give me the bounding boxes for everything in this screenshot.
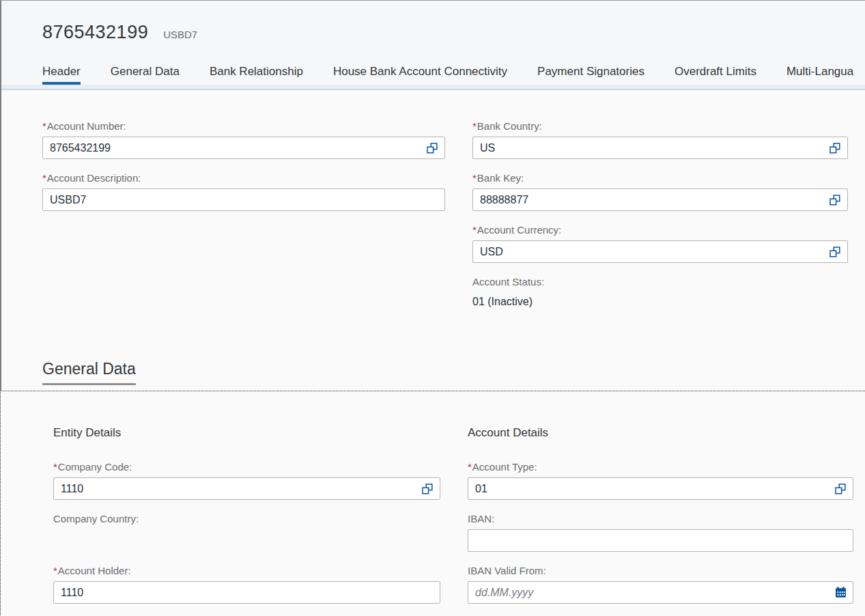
entity-details-title: Entity Details [53, 425, 440, 440]
iban-valid-from-label: IBAN Valid From: [468, 564, 853, 577]
bank-key-label-text: Bank Key: [477, 172, 524, 184]
value-help-icon[interactable] [834, 483, 847, 495]
value-help-icon[interactable] [829, 194, 841, 206]
account-holder-input[interactable] [53, 581, 440, 604]
account-currency-label: *Account Currency: [472, 223, 848, 236]
page-subtitle: USBD7 [163, 29, 197, 40]
entity-details-column: Entity Details *Company Code: Company Co… [53, 425, 440, 615]
value-help-icon[interactable] [829, 246, 841, 258]
iban-valid-from-input-wrap [468, 581, 853, 604]
iban-field: IBAN: [468, 512, 853, 552]
header-form-right-column: *Bank Country: *Bank Key: [472, 120, 848, 351]
account-description-label-text: Account Description: [47, 172, 141, 184]
account-details-title: Account Details [468, 425, 853, 440]
tab-bank-relationship[interactable]: Bank Relationship [210, 65, 303, 85]
bank-country-input-wrap [472, 137, 848, 159]
account-type-label-text: Account Type: [472, 461, 537, 473]
required-marker: * [42, 120, 46, 132]
iban-input-wrap [468, 529, 853, 552]
tab-house-bank-account-connectivity[interactable]: House Bank Account Connectivity [333, 65, 507, 85]
account-description-label: *Account Description: [42, 171, 445, 184]
account-type-input-wrap [468, 477, 853, 500]
required-marker: * [42, 172, 46, 184]
general-data-section: Entity Details *Company Code: Company Co… [0, 391, 865, 615]
bank-key-field: *Bank Key: [472, 171, 848, 211]
general-data-section-title: General Data [42, 360, 136, 385]
header-separator [1, 85, 865, 90]
tab-general-data[interactable]: General Data [111, 65, 180, 85]
required-marker: * [472, 172, 477, 184]
value-help-icon[interactable] [829, 142, 841, 154]
upper-region: 8765432199 USBD7 Header General Data Ban… [0, 0, 865, 391]
title-row: 8765432199 USBD7 [1, 1, 865, 59]
value-help-icon[interactable] [426, 142, 438, 154]
account-status-label: Account Status: [472, 275, 848, 288]
bank-country-label: *Bank Country: [472, 120, 848, 132]
account-holder-label: *Account Holder: [53, 564, 440, 577]
bank-key-label: *Bank Key: [472, 171, 848, 184]
bank-country-field: *Bank Country: [472, 120, 848, 159]
account-currency-input-wrap [472, 240, 848, 263]
account-number-label-text: Account Number: [47, 120, 126, 132]
company-code-field: *Company Code: [53, 460, 440, 500]
account-details-column: Account Details *Account Type: IBAN: IBA… [468, 425, 853, 615]
account-number-field: *Account Number: [42, 120, 445, 159]
account-number-label: *Account Number: [42, 120, 445, 132]
iban-valid-from-field: IBAN Valid From: [468, 564, 853, 604]
account-status-field: Account Status: 01 (Inactive) [472, 275, 848, 309]
tab-overdraft-limits[interactable]: Overdraft Limits [675, 65, 756, 85]
bank-country-label-text: Bank Country: [477, 120, 542, 132]
general-data-title-block: General Data [1, 351, 865, 391]
account-status-label-text: Account Status: [472, 276, 544, 288]
account-type-field: *Account Type: [468, 460, 853, 500]
account-currency-input[interactable] [472, 240, 848, 263]
header-tab-content: *Account Number: *Account Description: [1, 90, 865, 351]
iban-label: IBAN: [468, 512, 853, 525]
company-country-label: Company Country: [53, 512, 440, 525]
bank-account-page: 8765432199 USBD7 Header General Data Ban… [0, 0, 865, 616]
account-holder-label-text: Account Holder: [58, 565, 131, 576]
required-marker: * [472, 120, 477, 132]
object-page-header: 8765432199 USBD7 Header General Data Ban… [1, 1, 865, 90]
anchor-tab-bar: Header General Data Bank Relationship Ho… [1, 59, 865, 85]
required-marker: * [53, 565, 57, 576]
company-country-empty-value [53, 529, 440, 552]
iban-valid-from-input[interactable] [468, 581, 853, 604]
page-title: 8765432199 [42, 22, 148, 43]
header-form-left-column: *Account Number: *Account Description: [42, 120, 445, 351]
tab-header[interactable]: Header [42, 65, 81, 85]
company-code-label: *Company Code: [53, 460, 440, 473]
iban-valid-from-label-text: IBAN Valid From: [468, 565, 546, 576]
account-number-input-wrap [42, 137, 445, 159]
account-type-input[interactable] [468, 477, 853, 500]
iban-input[interactable] [468, 529, 853, 552]
account-number-input[interactable] [42, 137, 445, 159]
account-type-label: *Account Type: [468, 460, 853, 473]
account-holder-field: *Account Holder: [53, 564, 440, 604]
tab-multi-language[interactable]: Multi-Langua [786, 65, 853, 85]
company-code-input-wrap [53, 477, 440, 500]
tab-payment-signatories[interactable]: Payment Signatories [537, 65, 644, 85]
account-holder-input-wrap [53, 581, 440, 604]
required-marker: * [53, 461, 57, 473]
bank-key-input-wrap [472, 188, 848, 211]
company-code-label-text: Company Code: [58, 461, 132, 473]
required-marker: * [472, 224, 477, 236]
company-code-input[interactable] [53, 477, 440, 500]
account-description-input[interactable] [42, 188, 445, 211]
iban-label-text: IBAN: [468, 513, 494, 524]
bank-country-input[interactable] [472, 137, 848, 159]
account-description-field: *Account Description: [42, 171, 445, 211]
account-description-input-wrap [42, 188, 445, 211]
account-currency-label-text: Account Currency: [477, 224, 561, 236]
value-help-icon[interactable] [421, 483, 434, 495]
account-currency-field: *Account Currency: [472, 223, 848, 263]
required-marker: * [468, 461, 472, 473]
bank-key-input[interactable] [472, 188, 848, 211]
account-status-value: 01 (Inactive) [472, 295, 848, 309]
company-country-field: Company Country: [53, 512, 440, 552]
company-country-label-text: Company Country: [53, 513, 139, 524]
calendar-icon[interactable] [834, 587, 847, 599]
